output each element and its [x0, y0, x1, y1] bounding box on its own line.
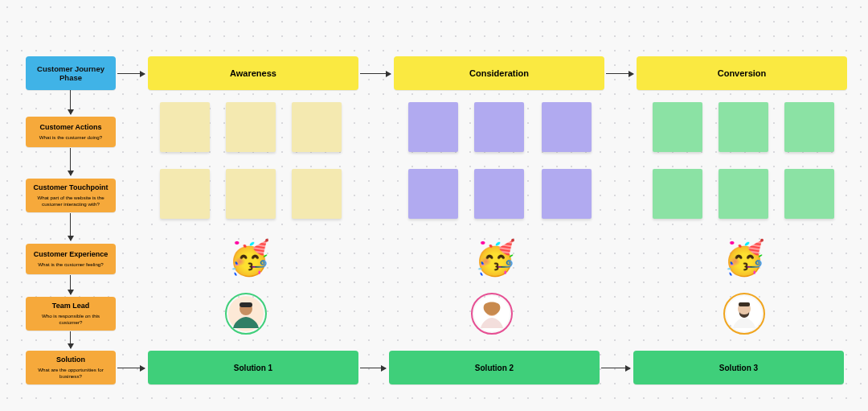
- phase-awareness-label: Awareness: [230, 68, 276, 78]
- row-touchpoint-card[interactable]: Customer Touchpoint What part of the web…: [26, 179, 116, 212]
- phase-awareness-bar[interactable]: Awareness: [148, 56, 358, 90]
- arrow-right-icon: [117, 368, 145, 368]
- phase-conversion-bar[interactable]: Conversion: [637, 56, 847, 90]
- avatar[interactable]: [225, 293, 267, 335]
- sticky-note[interactable]: [719, 102, 768, 152]
- arrow-down-icon: [70, 275, 71, 294]
- row-solution-card[interactable]: Solution What are the opportunities for …: [26, 351, 116, 384]
- phase-consideration-bar[interactable]: Consideration: [394, 56, 604, 90]
- row-touchpoint-title: Customer Touchpoint: [34, 183, 108, 192]
- arrow-right-icon: [360, 73, 391, 74]
- sticky-note[interactable]: [292, 169, 342, 219]
- sticky-note[interactable]: [474, 102, 524, 152]
- solution-2-label: Solution 2: [475, 364, 514, 372]
- arrow-down-icon: [70, 331, 71, 348]
- row-actions-sub: What is the customer doing?: [39, 134, 102, 141]
- svg-rect-7: [739, 302, 750, 306]
- arrow-down-icon: [70, 148, 71, 175]
- party-face-icon[interactable]: 🥳: [228, 241, 270, 275]
- sticky-note[interactable]: [653, 102, 702, 152]
- party-face-icon[interactable]: 🥳: [474, 241, 516, 275]
- sticky-note[interactable]: [226, 169, 276, 219]
- sticky-note[interactable]: [474, 169, 524, 219]
- arrow-right-icon: [360, 368, 386, 368]
- row-actions-card[interactable]: Customer Actions What is the customer do…: [26, 117, 116, 147]
- solution-1-label: Solution 1: [234, 364, 272, 372]
- sticky-note[interactable]: [226, 102, 276, 152]
- sticky-note[interactable]: [784, 169, 834, 219]
- sticky-note[interactable]: [784, 102, 834, 152]
- svg-rect-2: [240, 302, 252, 307]
- sticky-note[interactable]: [160, 169, 210, 219]
- sticky-note[interactable]: [542, 102, 592, 152]
- sticky-note[interactable]: [160, 102, 210, 152]
- arrow-down-icon: [70, 90, 71, 114]
- arrow-right-icon: [117, 73, 145, 74]
- row-experience-sub: What is the customer feeling?: [38, 261, 104, 268]
- sticky-note[interactable]: [653, 169, 702, 219]
- sticky-note[interactable]: [542, 169, 592, 219]
- customer-journey-canvas[interactable]: Customer Journey Phase Customer Actions …: [13, 10, 855, 401]
- sticky-note[interactable]: [719, 169, 768, 219]
- row-touchpoint-sub: What part of the website is the customer…: [30, 195, 112, 208]
- solution-2-bar[interactable]: Solution 2: [389, 351, 600, 384]
- solution-3-label: Solution 3: [719, 364, 758, 372]
- phase-conversion-label: Conversion: [718, 68, 767, 78]
- header-phase-title: Customer Journey Phase: [30, 64, 112, 83]
- row-teamlead-sub: Who is responsible on this customer?: [30, 313, 112, 326]
- row-experience-title: Customer Experience: [34, 250, 108, 259]
- phase-consideration-label: Consideration: [469, 68, 529, 78]
- party-face-icon[interactable]: 🥳: [723, 241, 765, 275]
- arrow-right-icon: [601, 368, 630, 368]
- arrow-down-icon: [70, 213, 71, 240]
- solution-3-bar[interactable]: Solution 3: [633, 351, 844, 384]
- row-experience-card[interactable]: Customer Experience What is the customer…: [26, 244, 116, 274]
- row-teamlead-title: Team Lead: [52, 302, 89, 310]
- row-solution-sub: What are the opportunities for business?: [30, 367, 112, 380]
- row-solution-title: Solution: [56, 356, 85, 364]
- header-phase-card[interactable]: Customer Journey Phase: [26, 56, 116, 90]
- arrow-right-icon: [606, 73, 633, 74]
- row-actions-title: Customer Actions: [39, 123, 101, 132]
- avatar[interactable]: [723, 293, 765, 335]
- avatar[interactable]: [471, 293, 513, 335]
- sticky-note[interactable]: [292, 102, 342, 152]
- sticky-note[interactable]: [408, 102, 458, 152]
- row-teamlead-card[interactable]: Team Lead Who is responsible on this cus…: [26, 297, 116, 331]
- solution-1-bar[interactable]: Solution 1: [148, 351, 358, 384]
- sticky-note[interactable]: [408, 169, 458, 219]
